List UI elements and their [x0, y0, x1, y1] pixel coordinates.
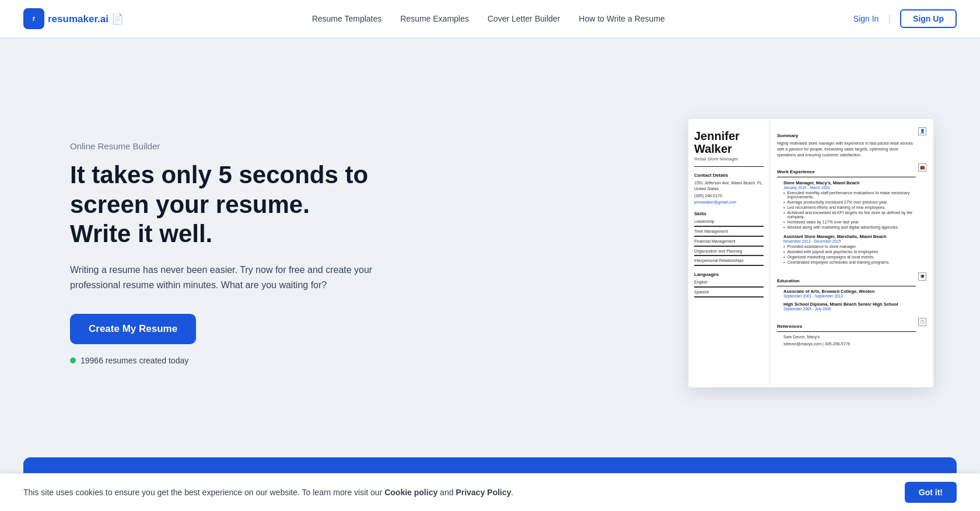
resume-job-2-bullet-3: Organized marketing campaigns at local e…	[783, 255, 890, 259]
resume-lang-1: English	[694, 279, 764, 285]
cookie-text-before: This site uses cookies to ensure you get…	[23, 488, 384, 497]
cookie-period: .	[511, 488, 513, 497]
logo-text: resumaker.ai 📄	[48, 13, 124, 25]
resume-edu-2-date: September 2005 - July 2006	[783, 307, 898, 311]
summary-icon: 👤	[918, 127, 926, 135]
nav-resume-templates[interactable]: Resume Templates	[312, 14, 382, 23]
nav-how-to-write-resume[interactable]: How to Write a Resume	[579, 14, 665, 23]
resume-job-2-bullet-2: Assisted with payroll and paychecks to e…	[783, 250, 890, 254]
logo[interactable]: r resumaker.ai 📄	[23, 8, 124, 29]
nav-resume-examples[interactable]: Resume Examples	[400, 14, 469, 23]
resume-job-1-bullet-1: Executed monthly staff performance evalu…	[783, 191, 916, 199]
resume-contact-header: Contact Details	[694, 173, 764, 178]
resume-email: jennwalker@gmail.com	[694, 200, 764, 205]
experience-icon: 💼	[918, 163, 926, 172]
resume-address: 1551 Jefferson Ave, Miami Beach, FL, Uni…	[694, 180, 764, 192]
resume-ref-1-contact: sdevon@macys.com | 305-256-5776	[783, 341, 850, 347]
resume-edu-2: High School Diploma, Miami Beach Senior …	[777, 302, 916, 311]
sign-in-link[interactable]: Sign In	[853, 14, 879, 23]
resume-skills-header: Skills	[694, 211, 764, 216]
references-icon: 📋	[918, 318, 926, 326]
resume-summary-text: Highly motivated store manager with expe…	[777, 141, 918, 158]
resume-skill-5: Interpersonal Relationships	[694, 258, 764, 264]
resume-job-2-bullet-4: Coordinated employee schedules and train…	[783, 260, 890, 264]
nav-divider: |	[888, 13, 891, 25]
resume-phone: (305) 248-0170	[694, 193, 764, 199]
privacy-policy-link[interactable]: Privacy Policy	[456, 488, 511, 497]
resume-job-2-title: Assistant Store Manager, Marshalls, Miam…	[783, 234, 890, 239]
resume-job-1: Store Manager, Macy's, Miami Beach Janua…	[777, 180, 916, 230]
resumes-count-text: 19966 resumes created today	[80, 356, 188, 365]
resume-lang-2: Spanish	[694, 289, 764, 295]
resume-right-col: Summary Highly motivated store manager w…	[770, 119, 933, 387]
navbar: r resumaker.ai 📄 Resume Templates Resume…	[0, 0, 980, 37]
resume-skill-1: Leadership	[694, 219, 764, 225]
resume-name: JenniferWalker	[694, 130, 764, 155]
resume-job-1-bullet-5: Increased sales by 117% over last year.	[783, 220, 916, 224]
nav-links: Resume Templates Resume Examples Cover L…	[312, 13, 665, 24]
resume-languages-header: Languages	[694, 272, 764, 277]
hero-left: Online Resume Builder It takes only 5 se…	[70, 141, 373, 365]
resume-skill-3: Financial Management	[694, 239, 764, 244]
resume-edu-2-degree: High School Diploma, Miami Beach Senior …	[783, 302, 898, 307]
got-it-button[interactable]: Got it!	[905, 482, 957, 503]
resume-job-1-bullet-2: Average productivity increased 27% over …	[783, 200, 916, 204]
cookie-banner: This site uses cookies to ensure you get…	[0, 473, 980, 511]
resume-job-title: Retail Store Manager	[694, 156, 764, 162]
resume-job-2-date: November 2013 - December 2015	[783, 239, 890, 243]
resume-job-1-date: January 2016 - March 2020	[783, 186, 916, 190]
resume-skill-2: Time Management	[694, 229, 764, 235]
education-icon: 🎓	[918, 272, 926, 281]
logo-icon: r	[23, 8, 44, 29]
cookie-text: This site uses cookies to ensure you get…	[23, 488, 513, 497]
resume-references-header: References	[777, 324, 916, 329]
resume-card: JenniferWalker Retail Store Manager Cont…	[688, 119, 933, 387]
resume-ref-1: Sam Devon, Macy's sdevon@macys.com | 305…	[777, 334, 916, 348]
resume-job-1-bullet-6: Worked along with marketing and digital …	[783, 225, 916, 229]
nav-cover-letter-builder[interactable]: Cover Letter Builder	[488, 14, 561, 23]
resume-left-col: JenniferWalker Retail Store Manager Cont…	[688, 119, 770, 387]
resume-job-1-bullet-4: Achieved and exceeded all KPI targets fo…	[783, 211, 916, 219]
resume-experience-header: Work Experience	[777, 169, 916, 174]
resume-edu-1: Associate of Arts, Broward College, West…	[777, 289, 916, 298]
resume-preview: JenniferWalker Retail Store Manager Cont…	[688, 119, 933, 387]
resume-job-1-bullet-3: Led recruitment efforts and training of …	[783, 205, 916, 209]
resume-edu-1-date: September 2001 - September 2013	[783, 294, 874, 298]
cookie-policy-link[interactable]: Cookie policy	[384, 488, 438, 497]
hero-title: It takes only 5 seconds to screen your r…	[70, 160, 373, 249]
resume-job-2: Assistant Store Manager, Marshalls, Miam…	[777, 234, 916, 265]
nav-actions: Sign In | Sign Up	[853, 9, 957, 28]
resume-ref-1-name: Sam Devon, Macy's	[783, 334, 850, 340]
hero-section: Online Resume Builder It takes only 5 se…	[0, 37, 980, 457]
resumes-count: 19966 resumes created today	[70, 356, 373, 365]
resume-edu-1-degree: Associate of Arts, Broward College, West…	[783, 289, 874, 294]
resume-skill-4: Organization and Planning	[694, 249, 764, 254]
hero-description: Writing a resume has never been easier. …	[70, 262, 373, 292]
resume-job-2-bullet-1: Provided assistance to store manager.	[783, 244, 890, 249]
cookie-and: and	[438, 488, 456, 497]
hero-subtitle: Online Resume Builder	[70, 141, 373, 151]
resume-job-1-title: Store Manager, Macy's, Miami Beach	[783, 180, 916, 186]
resume-summary-header: Summary	[777, 133, 918, 138]
sign-up-button[interactable]: Sign Up	[900, 9, 957, 28]
green-dot-icon	[70, 358, 76, 363]
create-resume-button[interactable]: Create My Resume	[70, 314, 196, 344]
resume-education-header: Education	[777, 278, 916, 284]
